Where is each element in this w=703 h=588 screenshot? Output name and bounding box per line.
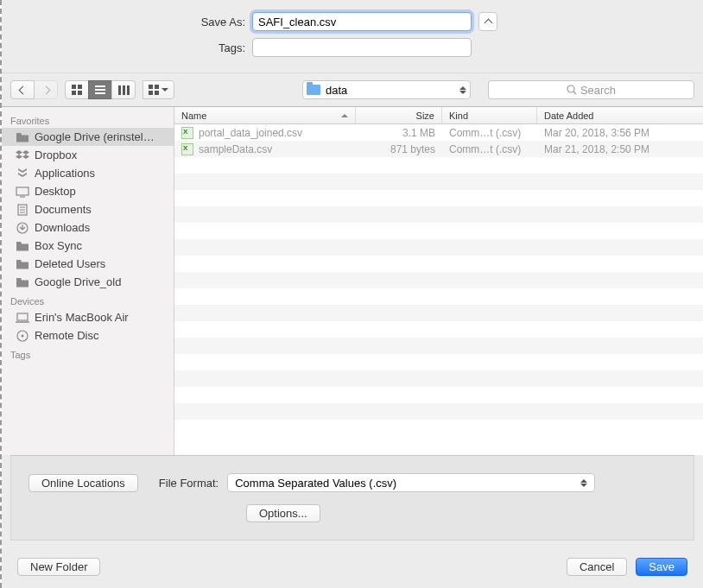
save-as-input[interactable] <box>252 12 472 31</box>
sidebar: Favorites Google Drive (erinstel…Dropbox… <box>2 107 174 455</box>
column-name[interactable]: Name <box>174 107 356 123</box>
file-list[interactable]: portal_data_joined.csv3.1 MBComm…t (.csv… <box>174 124 703 455</box>
svg-rect-9 <box>17 313 28 320</box>
sidebar-item-label: Google Drive_old <box>35 275 121 288</box>
header-section: Save As: Tags: <box>2 0 703 73</box>
new-folder-button[interactable]: New Folder <box>17 558 100 576</box>
tags-heading: Tags <box>2 345 174 362</box>
sidebar-item-label: Downloads <box>35 221 90 234</box>
arrange-button[interactable] <box>142 80 174 99</box>
docs-icon <box>16 204 29 216</box>
cancel-button[interactable]: Cancel <box>567 558 627 576</box>
sidebar-item[interactable]: Downloads <box>2 218 174 237</box>
folder-icon <box>16 240 29 252</box>
table-row <box>174 370 703 387</box>
file-date: Mar 21, 2018, 2:50 PM <box>537 143 703 155</box>
table-row <box>174 338 703 354</box>
grid-icon <box>72 85 82 95</box>
table-row <box>174 174 703 190</box>
sidebar-item-label: Documents <box>35 203 92 216</box>
tags-label: Tags: <box>19 41 252 54</box>
folder-icon <box>16 276 29 288</box>
sidebar-item[interactable]: Google Drive_old <box>2 273 174 291</box>
table-row <box>174 403 703 420</box>
save-as-label: Save As: <box>19 16 252 28</box>
sidebar-item-label: Erin's MacBook Air <box>35 311 129 324</box>
icon-view-button[interactable] <box>65 80 89 99</box>
file-format-label: File Format: <box>159 477 227 490</box>
sidebar-item[interactable]: Google Drive (erinstel… <box>2 128 174 146</box>
search-input[interactable]: Search <box>488 80 694 99</box>
csv-file-icon <box>181 143 193 155</box>
sidebar-item[interactable]: Documents <box>2 200 174 218</box>
sidebar-item[interactable]: Erin's MacBook Air <box>2 308 174 326</box>
collapse-button[interactable] <box>478 12 497 31</box>
table-row[interactable]: sampleData.csv871 bytesComm…t (.csv)Mar … <box>174 141 703 157</box>
file-format-dropdown[interactable]: Comma Separated Values (.csv) <box>227 473 595 492</box>
folder-icon <box>16 131 29 143</box>
sidebar-item-label: Desktop <box>35 185 76 198</box>
laptop-icon <box>16 312 29 324</box>
table-row <box>174 288 703 305</box>
toolbar: data Search <box>2 73 703 107</box>
file-kind: Comm…t (.csv) <box>442 127 537 139</box>
folder-icon <box>307 85 320 95</box>
table-row <box>174 256 703 272</box>
table-row <box>174 305 703 321</box>
table-row <box>174 387 703 403</box>
folder-icon <box>16 258 29 270</box>
dropbox-icon <box>16 149 29 161</box>
arrange-buttons <box>142 80 174 99</box>
online-locations-button[interactable]: Online Locations <box>28 474 138 492</box>
format-panel: Online Locations File Format: Comma Sepa… <box>10 455 694 541</box>
table-row[interactable]: portal_data_joined.csv3.1 MBComm…t (.csv… <box>174 124 703 141</box>
sidebar-item[interactable]: Box Sync <box>2 237 174 255</box>
svg-line-1 <box>573 92 576 94</box>
folder-dropdown[interactable]: data <box>302 80 471 99</box>
sidebar-item[interactable]: Remote Disc <box>2 326 174 345</box>
folder-name: data <box>326 84 347 97</box>
sidebar-item[interactable]: Dropbox <box>2 146 174 164</box>
column-headers: Name Size Kind Date Added <box>174 107 703 124</box>
svg-point-12 <box>22 334 24 337</box>
sidebar-item-label: Applications <box>35 167 95 180</box>
sidebar-item[interactable]: Deleted Users <box>2 255 174 273</box>
file-size: 871 bytes <box>356 143 442 155</box>
back-button[interactable] <box>10 80 35 99</box>
svg-rect-2 <box>16 187 28 195</box>
nav-buttons <box>10 80 58 99</box>
table-row <box>174 206 703 223</box>
table-row <box>174 420 703 436</box>
columns-icon <box>118 85 130 95</box>
file-date: Mar 20, 2018, 3:56 PM <box>537 127 703 139</box>
sidebar-item[interactable]: Desktop <box>2 182 174 200</box>
sidebar-item[interactable]: Applications <box>2 164 174 182</box>
save-dialog: Save As: Tags: data Search <box>2 0 703 588</box>
table-row <box>174 272 703 288</box>
column-kind[interactable]: Kind <box>442 107 537 123</box>
column-size[interactable]: Size <box>356 107 442 123</box>
file-name: portal_data_joined.csv <box>199 127 302 139</box>
save-button[interactable]: Save <box>636 558 687 576</box>
file-pane: Name Size Kind Date Added portal_data_jo… <box>174 107 703 455</box>
table-row <box>174 321 703 338</box>
sidebar-item-label: Remote Disc <box>35 329 98 342</box>
chevron-up-icon <box>484 19 492 28</box>
apps-icon <box>16 168 29 180</box>
tags-input[interactable] <box>252 38 472 57</box>
list-view-button[interactable] <box>88 80 112 99</box>
search-icon <box>567 85 577 95</box>
forward-button[interactable] <box>34 80 58 99</box>
table-row <box>174 157 703 174</box>
file-size: 3.1 MB <box>356 127 442 139</box>
table-row <box>174 223 703 239</box>
column-date[interactable]: Date Added <box>537 107 703 123</box>
file-kind: Comm…t (.csv) <box>442 143 537 155</box>
chevron-right-icon <box>41 85 50 94</box>
column-view-button[interactable] <box>111 80 136 99</box>
options-button[interactable]: Options... <box>246 504 320 522</box>
devices-heading: Devices <box>2 291 174 308</box>
svg-point-0 <box>567 85 574 92</box>
file-format-value: Comma Separated Values (.csv) <box>235 477 396 490</box>
disc-icon <box>16 330 29 342</box>
